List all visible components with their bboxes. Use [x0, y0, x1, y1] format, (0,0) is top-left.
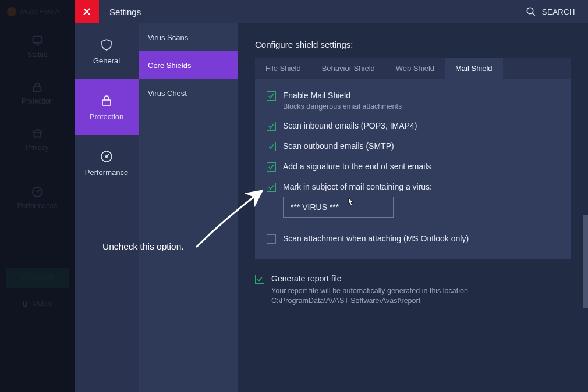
shield-icon	[100, 38, 114, 52]
settings-subcategory-panel: Virus Scans Core Shields Virus Chest	[139, 23, 238, 392]
tab-body: Enable Mail Shield Blocks dangerous emai…	[255, 79, 571, 259]
search-icon	[526, 6, 536, 17]
page-title: Settings	[109, 7, 141, 17]
subcategory-core-shields[interactable]: Core Shields	[139, 51, 238, 79]
close-button[interactable]	[75, 0, 99, 23]
settings-topbar: Settings SEARCH	[75, 0, 588, 23]
option-label: Scan outbound emails (SMTP)	[283, 141, 394, 151]
option-add-signature: Add a signature to the end of sent email…	[267, 162, 559, 172]
subcategory-label: Virus Scans	[148, 33, 188, 42]
configure-title: Configure shield settings:	[255, 40, 571, 49]
check-icon	[268, 93, 274, 99]
subcategory-label: Virus Chest	[148, 89, 187, 98]
settings-main: Configure shield settings: File Shield B…	[238, 23, 588, 392]
option-sub: Blocks dangerous email attachments	[283, 102, 402, 111]
option-label: Scan attachment when attaching (MS Outlo…	[283, 234, 469, 243]
tab-label: Behavior Shield	[322, 64, 375, 73]
tab-mail-shield[interactable]: Mail Shield	[445, 58, 503, 79]
tab-web-shield[interactable]: Web Shield	[385, 58, 445, 79]
tab-file-shield[interactable]: File Shield	[255, 58, 311, 79]
tab-label: Web Shield	[396, 64, 434, 73]
option-label: Mark in subject of mail containing a vir…	[283, 182, 432, 191]
category-label: Protection	[90, 112, 124, 121]
tab-behavior-shield[interactable]: Behavior Shield	[311, 58, 385, 79]
settings-category-panel: General Protection Performance	[75, 23, 139, 392]
option-mark-subject: Mark in subject of mail containing a vir…	[267, 182, 559, 192]
app-left-sidebar: Avast Free A Status Protection Privacy P…	[0, 0, 75, 392]
check-icon	[268, 164, 274, 170]
category-label: Performance	[85, 168, 128, 177]
checkbox-scan-attachment[interactable]	[267, 234, 276, 244]
subcategory-virus-scans[interactable]: Virus Scans	[139, 23, 238, 51]
vertical-scrollbar[interactable]	[583, 215, 588, 308]
checkbox-add-signature[interactable]	[267, 162, 276, 172]
subcategory-label: Core Shields	[148, 61, 191, 70]
lock-icon	[100, 94, 114, 108]
report-label: Generate report file	[271, 274, 468, 283]
report-sub: Your report file will be automatically g…	[271, 287, 468, 295]
subcategory-virus-chest[interactable]: Virus Chest	[139, 79, 238, 107]
check-icon	[268, 123, 274, 129]
svg-point-5	[527, 8, 533, 14]
check-icon	[257, 276, 263, 282]
report-block: Generate report file Your report file wi…	[255, 274, 571, 305]
option-label: Enable Mail Shield	[283, 91, 402, 100]
shield-tabs: File Shield Behavior Shield Web Shield M…	[255, 58, 571, 79]
search-label: SEARCH	[542, 8, 575, 16]
svg-point-8	[106, 155, 108, 157]
virus-subject-input[interactable]	[283, 197, 394, 218]
option-scan-outbound: Scan outbound emails (SMTP)	[267, 141, 559, 151]
close-icon	[83, 8, 91, 16]
option-scan-inbound: Scan inbound emails (POP3, IMAP4)	[267, 121, 559, 131]
checkbox-generate-report[interactable]	[255, 275, 264, 284]
search-button[interactable]: SEARCH	[526, 6, 575, 17]
option-enable-mail-shield: Enable Mail Shield Blocks dangerous emai…	[267, 91, 559, 111]
check-icon	[268, 184, 274, 190]
svg-rect-6	[102, 100, 111, 105]
checkbox-enable-mail-shield[interactable]	[267, 91, 276, 101]
tab-label: Mail Shield	[455, 64, 493, 73]
category-performance[interactable]: Performance	[75, 135, 139, 191]
annotation-label: Uncheck this option.	[102, 241, 184, 252]
category-general[interactable]: General	[75, 23, 139, 79]
checkbox-scan-outbound[interactable]	[267, 142, 276, 151]
gauge-icon	[100, 149, 114, 163]
checkbox-scan-inbound[interactable]	[267, 122, 276, 131]
tab-label: File Shield	[265, 64, 301, 73]
checkbox-mark-subject[interactable]	[267, 183, 276, 192]
check-icon	[268, 144, 274, 149]
category-protection[interactable]: Protection	[75, 79, 139, 135]
option-label: Add a signature to the end of sent email…	[283, 162, 431, 171]
option-label: Scan inbound emails (POP3, IMAP4)	[283, 121, 417, 130]
option-scan-attachment: Scan attachment when attaching (MS Outlo…	[267, 234, 559, 244]
report-path-link[interactable]: C:\ProgramData\AVAST Software\Avast\repo…	[271, 297, 420, 305]
category-label: General	[93, 56, 120, 65]
